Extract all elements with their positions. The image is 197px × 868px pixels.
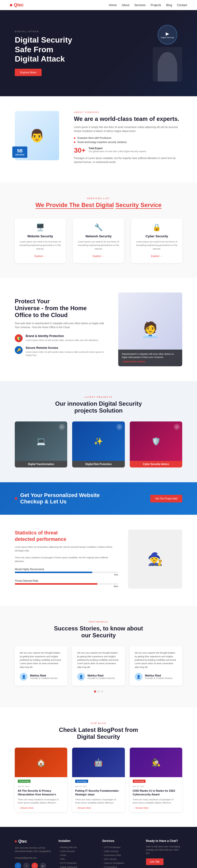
nav-link[interactable]: Home [109,3,117,7]
service-link[interactable]: Explore → [34,255,46,257]
blog-link[interactable]: → Browse More [15,807,67,812]
services-title: We Provide The Best Digital Security Ser… [15,202,182,209]
testimonial-text: We turn your experts into thought leader… [77,651,120,669]
hero-right: ▶ Digital Security [153,25,182,82]
about-badge: 5BAMAZING [12,147,27,158]
author-name: Mahfuz Riad [145,674,173,677]
testimonial-dot[interactable] [101,690,103,692]
service-card: 🖥️ Website Security Lorem ipsum you need… [15,218,66,263]
blog-meta: Technology [130,777,182,783]
footer-link[interactable]: ›CCTV Protection [59,862,95,864]
footer-link[interactable]: ›Digital Safeguard [59,866,95,868]
stats-image: 🧙 [128,529,182,589]
testimonials-section: TESTIMONIAL Success Stories, to know abo… [0,606,197,707]
nav-link[interactable]: Services [134,3,145,7]
protect-section: Protect Your Universe - from the Home Of… [0,278,197,381]
cta-left: Get Your Personalized Website Checkup & … [15,492,100,505]
about-features: Empower them with Proxfyours Smart techn… [74,136,182,144]
services-title-text: We Provide The Best Digital [35,202,114,209]
blog-card: 🏠 Technology Mar 25, 2022 All The Securi… [15,748,67,812]
testimonial-author: 👤 Mahfuz Riad Founder & Creative Directo… [135,673,177,681]
hero-title: Digital Security Safe From Digital Attac… [15,35,72,63]
social-facebook-icon[interactable]: f [15,863,21,868]
footer-cta-button[interactable]: Lets Talk [146,859,164,865]
service-title: Cyber Security [135,235,178,238]
footer-col-installen: Installen›Working with you›Cyber Securit… [59,839,95,868]
testimonial-dot[interactable] [94,690,96,692]
explore-button[interactable]: Explore More [15,69,41,76]
hero-content: DIGITAL ATTACK Digital Security Safe Fro… [15,30,72,76]
nav-link[interactable]: Projects [150,3,161,7]
project-card[interactable]: 💻 ⇗ Digital Transformation [15,422,67,467]
protect-feature-2-desc: Lorem ipsum dolor sit with aucifer alian… [26,350,108,357]
nav-link[interactable]: Contact [177,3,187,7]
project-card[interactable]: ✨ ⇗ Digital Risk Protection [72,422,124,467]
stats-title: Statistics of threat detected performanc… [15,529,118,542]
about-section-label: ABOUT COMPANY [74,111,182,114]
protect-text: Protect Your Universe - from the Home Of… [15,298,108,361]
footer-link-arrow: › [102,858,103,860]
service-link[interactable]: Explore → [151,255,163,257]
footer-link[interactable]: ›VPN [59,858,95,860]
nav-link[interactable]: Blog [166,3,172,7]
stat-label: Total Expert [89,147,147,150]
footer-link[interactable]: ›IT Consulting [102,866,139,868]
footer-link[interactable]: ›Cloud [59,854,95,857]
footer-link[interactable]: ›Active & Compliance [102,862,139,864]
project-card[interactable]: 🛡️ ⇗ Cyber Security Advice [130,422,182,467]
social-twitter-icon[interactable]: t [23,863,30,868]
blog-link[interactable]: → Browse More [130,807,182,812]
blog-card: 🕵️ Technology Mar 25, 2022 CISO Ranks #1… [130,748,182,812]
social-google-icon[interactable]: g+ [40,863,46,868]
blog-image: 🤖 [72,748,124,777]
author-name: Mahfuz Riad [87,674,115,677]
testimonial-text: We turn your experts into thought leader… [20,651,62,669]
blog-title: Check Latest BlogPost from Digital Secur… [15,726,182,740]
protect-feature-2-text: Secure Remote Access Lorem ipsum dolor s… [26,346,108,357]
project-label: Digital Transformation [15,461,67,467]
blog-tag: Technology [18,780,31,783]
about-stat: 30+ Total Expert Our global team of more… [74,147,182,154]
footer-link[interactable]: ›CCTV Protection [102,846,139,848]
protect-feature-1: 🔰 Brand & Identity Protection Lorem ipsu… [15,334,108,342]
project-share-icon[interactable]: ⇗ [174,424,180,430]
service-icon: 🖥️ [19,223,62,231]
protect-feature-2-title: Secure Remote Access [26,346,108,349]
blog-icon: 🕵️ [151,758,161,767]
protect-feature-1-desc: Lorem ipsum dolor sit with aucifer alian… [26,339,99,342]
cta-button[interactable]: Get The Project Add [150,495,182,502]
blog-link[interactable]: → Browse More [72,807,124,812]
stat-text-block: Total Expert Our global team of more tha… [89,147,147,153]
author-avatar: 👤 [135,673,143,681]
logo-dot [10,4,12,6]
footer-link[interactable]: ›Cyber Security [59,850,95,852]
testimonials-section-label: TESTIMONIAL [15,621,182,623]
blog-desc: There are many variations of passages of… [72,798,124,807]
blog-post-title: Putting IT Security Fundamentals: Strate… [72,787,124,798]
footer-link-arrow: › [59,858,59,860]
footer-link[interactable]: ›Working with you [59,846,95,848]
footer-link[interactable]: ›Cyber Security [102,850,139,852]
testimonial-dot[interactable] [97,690,100,692]
footer-logo-dot [15,840,17,842]
projects-section: LATEST PROJECTS Our innovation Digital S… [0,381,197,482]
stats-bars: Would Highly Recommend 75% Threat Detect… [15,568,118,588]
footer-link[interactable]: ›SOC Service [102,858,139,860]
footer-link[interactable]: ›Governance Risk [102,854,139,857]
stats-section: Statistics of threat detected performanc… [0,515,197,606]
social-linkedin-icon[interactable]: in [31,863,38,868]
about-section: 👨 5BAMAZING ABOUT COMPANY We are a world… [0,96,197,182]
navbar: Qtec HomeAboutServicesProjectsBlogContac… [0,0,197,10]
stats-image-area: 🧙 [128,529,182,589]
nav-link[interactable]: About [122,3,129,7]
nav-links: HomeAboutServicesProjectsBlogContact [109,3,187,7]
author-role: Founder & Creative Director [145,677,173,679]
stat-bar-label: Threat Detected Rate [15,580,118,582]
about-badge-label: AMAZING [15,154,24,156]
logo[interactable]: Qtec [10,2,24,8]
footer-cta-title: Ready to Have a Chat? [146,839,182,843]
project-share-icon[interactable]: ⇗ [116,424,122,430]
protect-feature-1-text: Brand & Identity Protection Lorem ipsum … [26,334,99,342]
stats-left: Statistics of threat detected performanc… [15,529,118,591]
service-link[interactable]: Explore → [93,255,105,257]
